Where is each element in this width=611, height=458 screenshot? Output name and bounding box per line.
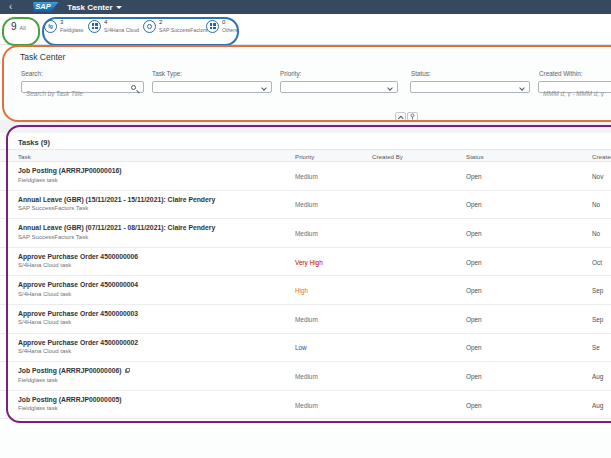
priority-cell: Medium [295, 305, 318, 334]
tab-all-count: 9 [11, 21, 17, 32]
filter-panel: Task Center Search: Task Type: Priority:… [0, 45, 611, 120]
task-title-text: Job Posting (ARRRJP00000006) [18, 367, 122, 374]
table-row[interactable]: Job Posting (ARRRJP00000016) Fieldglass … [0, 162, 611, 191]
status-cell: Open [466, 334, 482, 363]
search-label: Search: [21, 70, 43, 77]
table-row[interactable]: Approve Purchase Order 4500000004 S/4Han… [0, 276, 611, 305]
table-row[interactable]: Approve Purchase Order 4500000002 S/4Han… [0, 334, 611, 363]
successfactors-icon [143, 20, 156, 33]
task-subtitle: S/4Hana Cloud task [18, 262, 283, 268]
created-cell: Aug [592, 362, 603, 391]
table-row[interactable]: Job Posting (ARRRJP00000006) Fieldglass … [0, 362, 611, 391]
task-subtitle: Fieldglass task [18, 405, 283, 411]
task-title: Annual Leave (GBR) (15/11/2021 - 15/11/2… [18, 196, 283, 203]
priority-cell: Medium [295, 191, 318, 220]
tab-successfactors[interactable]: 2 SAP SuccessFactors [143, 19, 208, 33]
priority-cell: Medium [295, 391, 318, 420]
tab-label: S/4Hana Cloud [104, 27, 139, 34]
app-title-menu[interactable]: Task Center [67, 3, 121, 12]
tasks-panel: Tasks (9) Task Priority Created By Statu… [0, 133, 611, 426]
pin-header-button[interactable] [407, 112, 418, 121]
tab-count: 2 [159, 19, 208, 27]
created-within-input[interactable] [539, 89, 611, 99]
tab-s4hana-cloud[interactable]: 4 S/4Hana Cloud [88, 19, 139, 33]
task-title: Approve Purchase Order 4500000006 [18, 253, 283, 260]
tab-count: 0 [222, 19, 238, 27]
status-cell: Open [466, 191, 482, 220]
status-label: Status: [411, 70, 431, 77]
created-cell: Nov [592, 162, 603, 191]
table-row[interactable]: Annual Leave (GBR) (15/11/2021 - 15/11/2… [0, 191, 611, 220]
tab-others[interactable]: 0 Others [206, 19, 238, 33]
table-row[interactable]: Approve Purchase Order 4500000003 S/4Han… [0, 305, 611, 334]
icon-tab-bar: 9 All fg 3 Fieldglass 4 S/4Hana Cloud 2 … [0, 14, 611, 45]
tab-label: SAP SuccessFactors [159, 27, 208, 34]
status-cell: Open [466, 162, 482, 191]
tab-all[interactable]: 9 All [11, 21, 26, 32]
created-cell: Oct [592, 248, 602, 277]
grid-icon [88, 20, 101, 33]
task-title: Job Posting (ARRRJP00000006) [18, 367, 283, 374]
task-center-screen: ‹ SAP Task Center 9 All fg 3 Fieldglass … [0, 0, 611, 458]
created-within-field [538, 81, 611, 93]
status-cell: Open [466, 391, 482, 420]
task-subtitle: SAP SuccessFactors Task [18, 205, 283, 211]
priority-cell: Medium [295, 219, 318, 248]
tab-count: 4 [104, 19, 139, 27]
back-icon[interactable]: ‹ [9, 2, 12, 12]
task-title: Job Posting (ARRRJP00000005) [18, 396, 283, 403]
priority-cell: Medium [295, 162, 318, 191]
created-cell: Aug [592, 391, 603, 420]
search-input[interactable] [22, 89, 143, 99]
tab-all-label: All [20, 25, 26, 31]
priority-select[interactable] [280, 81, 398, 93]
task-subtitle: S/4Hana Cloud task [18, 319, 283, 325]
column-header-created-by: Created By [372, 153, 403, 160]
column-header-status: Status [466, 153, 484, 160]
collapse-header-button[interactable] [395, 112, 406, 121]
chevron-up-icon [398, 115, 403, 120]
search-field [21, 81, 144, 93]
table-header-row: Task Priority Created By Status Created [0, 149, 611, 162]
status-cell: Open [466, 276, 482, 305]
priority-label: Priority: [280, 70, 301, 77]
status-cell: Open [466, 219, 482, 248]
task-title: Approve Purchase Order 4500000003 [18, 310, 283, 317]
table-row[interactable]: Job Posting (ARRRJP00000005) Fieldglass … [0, 391, 611, 420]
status-select[interactable] [410, 81, 530, 93]
chevron-down-icon [387, 85, 393, 91]
task-subtitle: S/4Hana Cloud task [18, 348, 283, 354]
task-type-select[interactable] [152, 81, 272, 93]
chevron-down-icon [519, 85, 525, 91]
task-subtitle: SAP SuccessFactors Task [18, 234, 283, 240]
chevron-down-icon [261, 85, 267, 91]
tab-label: Others [222, 27, 238, 34]
task-type-label: Task Type: [152, 70, 182, 77]
task-title: Job Posting (ARRRJP00000016) [18, 167, 283, 174]
table-row[interactable]: Approve Purchase Order 4500000006 S/4Han… [0, 248, 611, 277]
column-header-priority: Priority [295, 153, 314, 160]
table-row[interactable]: Annual Leave (GBR) (07/11/2021 - 08/11/2… [0, 219, 611, 248]
task-subtitle: Fieldglass task [18, 377, 283, 383]
created-cell: Sep [592, 276, 603, 305]
status-cell: Open [466, 305, 482, 334]
chevron-down-icon [116, 6, 122, 9]
created-cell: Sep [592, 305, 603, 334]
shellbar: ‹ SAP Task Center [0, 0, 611, 14]
status-cell: Open [466, 362, 482, 391]
tab-label: Fieldglass [60, 27, 83, 34]
priority-cell: High [295, 276, 308, 305]
content-divider [0, 120, 611, 133]
app-title-text: Task Center [67, 3, 112, 12]
search-icon[interactable] [131, 85, 136, 90]
task-title: Annual Leave (GBR) (07/11/2021 - 08/11/2… [18, 224, 283, 231]
created-within-label: Created Within: [539, 70, 582, 77]
sap-logo: SAP [33, 2, 58, 12]
fieldglass-icon: fg [44, 20, 57, 33]
created-cell: Se [592, 334, 600, 363]
tab-fieldglass[interactable]: fg 3 Fieldglass [44, 19, 83, 33]
table-body: Job Posting (ARRRJP00000016) Fieldglass … [0, 162, 611, 419]
status-cell: Open [466, 248, 482, 277]
task-title: Approve Purchase Order 4500000004 [18, 281, 283, 288]
page-title: Task Center [20, 52, 65, 62]
